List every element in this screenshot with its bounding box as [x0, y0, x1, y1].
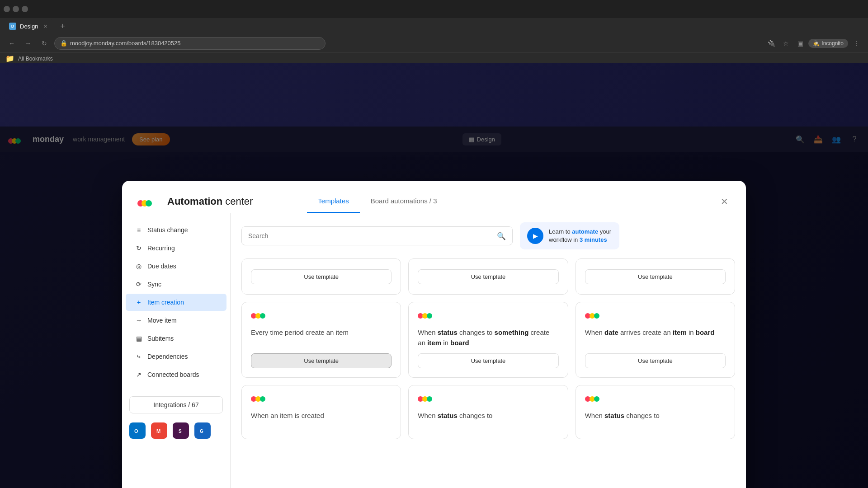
use-template-button-1[interactable]: Use template	[251, 269, 392, 284]
template-card-text-4: When an item is created	[251, 411, 392, 430]
back-button[interactable]: ←	[5, 37, 18, 50]
svg-point-25	[260, 396, 265, 402]
move-item-icon: →	[135, 316, 143, 324]
gmail-icon[interactable]: M	[151, 422, 167, 439]
incognito-label: Incognito	[821, 40, 844, 47]
recurring-icon: ↻	[135, 244, 143, 252]
search-container: 🔍 ▶ Learn to automate yourworkflow in 3 …	[241, 222, 735, 249]
template-card-item-created: When an item is created	[241, 385, 401, 439]
sidebar-item-status-change[interactable]: ≡ Status change	[126, 221, 226, 239]
template-row-2: Every time period create an item Use tem…	[241, 302, 735, 378]
tab-close-button[interactable]: ✕	[42, 23, 49, 30]
search-input[interactable]	[248, 232, 493, 239]
sidebar-label-status-change: Status change	[147, 226, 188, 234]
outlook-icon[interactable]: O	[129, 422, 146, 439]
connected-boards-icon: ↗	[135, 371, 143, 379]
sidebar-item-move-item[interactable]: → Move item	[126, 312, 226, 329]
menu-button[interactable]: ⋮	[850, 37, 863, 50]
sidebar-label-move-item: Move item	[147, 317, 177, 324]
use-template-button-every-time-period[interactable]: Use template	[251, 353, 392, 368]
search-bar[interactable]: 🔍	[241, 226, 513, 245]
template-card-simple-3: Use template	[576, 258, 735, 295]
template-card-logo-5	[418, 394, 558, 405]
automation-center-modal: Automation center Templates Board automa…	[122, 181, 746, 488]
forward-button[interactable]: →	[22, 37, 34, 50]
browser-tab-design[interactable]: D Design ✕	[4, 19, 54, 33]
modal-header: Automation center Templates Board automa…	[122, 181, 746, 213]
tab-board-automations[interactable]: Board automations / 3	[360, 190, 448, 213]
template-card-simple-1: Use template	[241, 258, 401, 295]
sidebar-icon[interactable]: ▣	[794, 37, 807, 50]
window-maximize-button[interactable]	[13, 6, 19, 12]
modal-overlay: Automation center Templates Board automa…	[0, 127, 868, 488]
use-template-button-2[interactable]: Use template	[418, 269, 558, 284]
template-card-simple-2: Use template	[408, 258, 568, 295]
learn-banner[interactable]: ▶ Learn to automate yourworkflow in 3 mi…	[520, 222, 619, 249]
svg-point-5	[146, 200, 152, 206]
svg-point-16	[260, 313, 265, 319]
svg-text:S: S	[179, 429, 182, 434]
reload-button[interactable]: ↻	[38, 37, 51, 50]
item-creation-icon: +	[135, 298, 143, 306]
modal-title-sub: center	[225, 196, 253, 207]
use-template-button-date-arrives[interactable]: Use template	[585, 353, 726, 368]
incognito-badge: 🕵 Incognito	[808, 39, 848, 48]
sidebar-label-sync: Sync	[147, 281, 161, 288]
svg-text:O: O	[134, 428, 138, 434]
star-icon[interactable]: ☆	[779, 37, 792, 50]
svg-text:M: M	[156, 428, 160, 434]
google-forms-icon[interactable]: G	[194, 422, 211, 439]
template-card-text-3: When date arrives create an item in boar…	[585, 328, 726, 348]
sidebar-item-item-creation[interactable]: + Item creation	[126, 294, 226, 311]
integration-icons-row: O M S G	[122, 419, 230, 442]
address-bar[interactable]: 🔒 moodjoy.monday.com/boards/1830420525	[54, 37, 326, 50]
window-close-button[interactable]	[22, 6, 28, 12]
sidebar-label-dependencies: Dependencies	[147, 353, 188, 360]
svg-point-28	[427, 396, 432, 402]
sidebar-item-due-dates[interactable]: ◎ Due dates	[126, 258, 226, 275]
template-card-text-2: When status changes to something create …	[418, 328, 558, 348]
template-card-logo-3	[585, 311, 726, 322]
template-card-logo-1	[251, 311, 392, 322]
new-tab-button[interactable]: +	[56, 20, 69, 33]
play-button[interactable]: ▶	[527, 228, 543, 244]
template-card-logo-2	[418, 311, 558, 322]
modal-close-button[interactable]: ✕	[717, 194, 731, 209]
use-template-button-status-changes-board[interactable]: Use template	[418, 353, 558, 368]
monday-modal-logo-icon	[137, 193, 153, 210]
integrations-button[interactable]: Integrations / 67	[129, 396, 223, 413]
template-card-text-6: When status changes to	[585, 411, 726, 430]
template-card-every-time-period: Every time period create an item Use tem…	[241, 302, 401, 378]
use-template-button-3[interactable]: Use template	[585, 269, 726, 284]
modal-logo	[137, 193, 153, 210]
template-row-3: When an item is created	[241, 385, 735, 439]
url-text: moodjoy.monday.com/boards/1830420525	[70, 40, 181, 47]
learn-text: Learn to automate yourworkflow in 3 minu…	[549, 228, 611, 244]
template-card-text-5: When status changes to	[418, 411, 558, 430]
tab-templates[interactable]: Templates	[307, 190, 359, 213]
subitems-icon: ▤	[135, 334, 143, 343]
modal-body: ≡ Status change ↻ Recurring ◎ Due dates …	[122, 213, 746, 488]
lock-icon: 🔒	[60, 40, 67, 47]
sidebar-item-recurring[interactable]: ↻ Recurring	[126, 239, 226, 257]
sidebar-item-connected-boards[interactable]: ↗ Connected boards	[126, 366, 226, 383]
sidebar-label-subitems: Subitems	[147, 335, 174, 342]
svg-point-31	[594, 396, 599, 402]
modal-title-main: Automation	[167, 196, 222, 207]
slack-icon[interactable]: S	[173, 422, 189, 439]
sidebar-item-sync[interactable]: ⟳ Sync	[126, 276, 226, 293]
template-card-logo-4	[251, 394, 392, 405]
sidebar-label-due-dates: Due dates	[147, 263, 176, 270]
all-bookmarks-link[interactable]: All Bookmarks	[18, 56, 53, 62]
window-minimize-button[interactable]	[4, 6, 10, 12]
sidebar-label-item-creation: Item creation	[147, 299, 184, 306]
sidebar-item-subitems[interactable]: ▤ Subitems	[126, 330, 226, 347]
incognito-icon: 🕵	[813, 40, 820, 47]
due-dates-icon: ◎	[135, 262, 143, 270]
modal-tabs: Templates Board automations / 3	[307, 190, 448, 213]
sidebar-item-dependencies[interactable]: ⤷ Dependencies	[126, 348, 226, 365]
extension-icon[interactable]: 🔌	[765, 37, 778, 50]
sync-icon: ⟳	[135, 280, 143, 288]
sidebar-label-connected-boards: Connected boards	[147, 371, 199, 378]
tab-favicon: D	[9, 23, 16, 30]
